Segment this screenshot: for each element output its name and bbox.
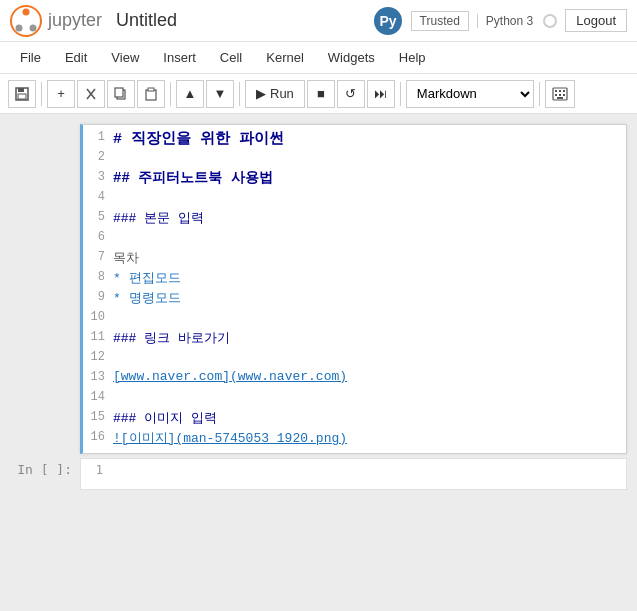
notebook-title[interactable]: Untitled xyxy=(116,10,177,31)
line-num-14: 14 xyxy=(83,389,113,409)
code-area: 1 # 직장인을 위한 파이썬 2 3 ## 주피터노트북 사용법 4 xyxy=(83,125,626,453)
line-num-13: 13 xyxy=(83,369,113,389)
code-line-12: 12 xyxy=(83,349,626,369)
output-line-content xyxy=(111,459,626,489)
menubar: File Edit View Insert Cell Kernel Widget… xyxy=(0,42,637,74)
svg-point-1 xyxy=(23,8,30,15)
trusted-badge: Trusted xyxy=(411,11,469,31)
separator-3 xyxy=(239,82,240,106)
output-line-num: 1 xyxy=(81,459,111,489)
logout-button[interactable]: Logout xyxy=(565,9,627,32)
code-line-6: 6 xyxy=(83,229,626,249)
output-prompt-1: In [ ]: xyxy=(10,458,80,490)
restart-button[interactable]: ↺ xyxy=(337,80,365,108)
line-content-15: ### 이미지 입력 xyxy=(113,409,626,429)
header: jupyter Untitled Py Trusted Python 3 Log… xyxy=(0,0,637,42)
separator-2 xyxy=(170,82,171,106)
paste-button[interactable] xyxy=(137,80,165,108)
line-num-1: 1 xyxy=(83,129,113,149)
code-line-16: 16 ![이미지](man-5745053_1920.png) xyxy=(83,429,626,449)
svg-rect-16 xyxy=(555,90,557,92)
line-content-4 xyxy=(113,189,626,209)
menu-file[interactable]: File xyxy=(10,46,51,69)
line-content-7: 목차 xyxy=(113,249,626,269)
line-content-2 xyxy=(113,149,626,169)
code-line-11: 11 ### 링크 바로가기 xyxy=(83,329,626,349)
line-content-9: * 명령모드 xyxy=(113,289,626,309)
output-cell-1: In [ ]: 1 xyxy=(10,458,627,490)
line-content-14 xyxy=(113,389,626,409)
toolbar: + ▲ ▼ ▶ Run ■ ↺ ⏭ Markdown Code xyxy=(0,74,637,114)
cut-button[interactable] xyxy=(77,80,105,108)
kernel-status-icon xyxy=(543,14,557,28)
code-line-8: 8 * 편집모드 xyxy=(83,269,626,289)
save-button[interactable] xyxy=(8,80,36,108)
code-line-1: 1 # 직장인을 위한 파이썬 xyxy=(83,129,626,149)
line-content-3: ## 주피터노트북 사용법 xyxy=(113,169,626,189)
line-num-6: 6 xyxy=(83,229,113,249)
code-line-4: 4 xyxy=(83,189,626,209)
svg-rect-8 xyxy=(18,94,26,99)
line-num-7: 7 xyxy=(83,249,113,269)
output-content-1[interactable]: 1 xyxy=(80,458,627,490)
keyboard-shortcuts-button[interactable] xyxy=(545,80,575,108)
stop-button[interactable]: ■ xyxy=(307,80,335,108)
code-line-2: 2 xyxy=(83,149,626,169)
line-num-2: 2 xyxy=(83,149,113,169)
add-cell-button[interactable]: + xyxy=(47,80,75,108)
line-num-8: 8 xyxy=(83,269,113,289)
svg-point-3 xyxy=(30,24,37,31)
line-content-11: ### 링크 바로가기 xyxy=(113,329,626,349)
paste-icon xyxy=(144,87,158,101)
menu-edit[interactable]: Edit xyxy=(55,46,97,69)
run-label: Run xyxy=(270,86,294,101)
line-content-10 xyxy=(113,309,626,329)
separator-4 xyxy=(400,82,401,106)
svg-rect-17 xyxy=(559,90,561,92)
line-content-5: ### 본문 입력 xyxy=(113,209,626,229)
move-down-button[interactable]: ▼ xyxy=(206,80,234,108)
line-num-4: 4 xyxy=(83,189,113,209)
menu-cell[interactable]: Cell xyxy=(210,46,252,69)
app-name: jupyter xyxy=(48,10,102,31)
cell-type-select[interactable]: Markdown Code Raw NBConvert Heading xyxy=(406,80,534,108)
line-content-8: * 편집모드 xyxy=(113,269,626,289)
cell-1-content[interactable]: 1 # 직장인을 위한 파이썬 2 3 ## 주피터노트북 사용법 4 xyxy=(80,124,627,454)
svg-rect-21 xyxy=(563,94,565,96)
code-line-5: 5 ### 본문 입력 xyxy=(83,209,626,229)
code-line-9: 9 * 명령모드 xyxy=(83,289,626,309)
copy-button[interactable] xyxy=(107,80,135,108)
svg-rect-18 xyxy=(563,90,565,92)
menu-help[interactable]: Help xyxy=(389,46,436,69)
menu-widgets[interactable]: Widgets xyxy=(318,46,385,69)
logo-area: jupyter Untitled xyxy=(10,5,177,37)
line-num-5: 5 xyxy=(83,209,113,229)
svg-rect-20 xyxy=(559,94,561,96)
code-line-15: 15 ### 이미지 입력 xyxy=(83,409,626,429)
save-icon xyxy=(15,87,29,101)
line-num-11: 11 xyxy=(83,329,113,349)
menu-kernel[interactable]: Kernel xyxy=(256,46,314,69)
svg-rect-19 xyxy=(555,94,557,96)
code-line-10: 10 xyxy=(83,309,626,329)
line-num-10: 10 xyxy=(83,309,113,329)
menu-insert[interactable]: Insert xyxy=(153,46,206,69)
code-line-7: 7 목차 xyxy=(83,249,626,269)
line-num-16: 16 xyxy=(83,429,113,449)
cell-1: 1 # 직장인을 위한 파이썬 2 3 ## 주피터노트북 사용법 4 xyxy=(10,124,627,454)
svg-rect-12 xyxy=(115,88,123,97)
separator-1 xyxy=(41,82,42,106)
line-content-16: ![이미지](man-5745053_1920.png) xyxy=(113,429,626,449)
code-line-13: 13 [www.naver.com](www.naver.com) xyxy=(83,369,626,389)
move-up-button[interactable]: ▲ xyxy=(176,80,204,108)
code-line-14: 14 xyxy=(83,389,626,409)
menu-view[interactable]: View xyxy=(101,46,149,69)
line-num-9: 9 xyxy=(83,289,113,309)
line-num-12: 12 xyxy=(83,349,113,369)
run-button[interactable]: ▶ Run xyxy=(245,80,305,108)
keyboard-icon xyxy=(552,87,568,101)
restart-run-button[interactable]: ⏭ xyxy=(367,80,395,108)
svg-rect-7 xyxy=(18,88,24,92)
line-content-13: [www.naver.com](www.naver.com) xyxy=(113,369,626,389)
cell-1-prompt xyxy=(10,124,80,454)
